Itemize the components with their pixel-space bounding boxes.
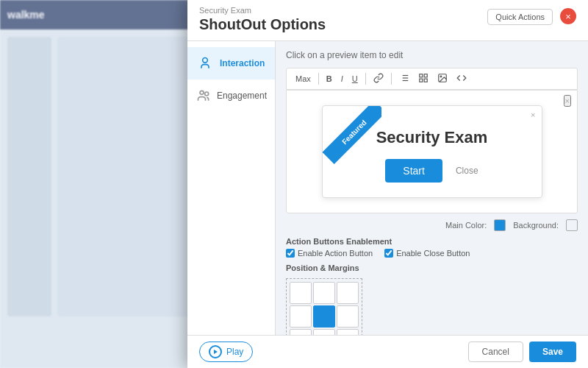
modal-breadcrumb: Security Exam xyxy=(199,6,326,15)
position-grid xyxy=(286,278,362,335)
engagement-icon xyxy=(196,87,211,105)
background-color-swatch[interactable] xyxy=(566,219,578,231)
svg-rect-10 xyxy=(424,74,427,77)
nav-interaction-label: Interaction xyxy=(220,58,265,68)
toolbar-link-button[interactable] xyxy=(370,71,387,86)
svg-rect-11 xyxy=(424,79,427,82)
content-hint: Click on a preview item to edit xyxy=(286,50,578,60)
enable-action-checkbox-item: Enable Action Button xyxy=(286,249,373,258)
modal-title: ShoutOut Options xyxy=(199,16,326,33)
toolbar-separator-2 xyxy=(365,73,366,85)
nav-item-engagement[interactable]: Engagement xyxy=(187,79,275,112)
pos-cell-mid-right[interactable] xyxy=(337,305,359,328)
modal-nav: Interaction Engagement xyxy=(187,41,276,335)
modal-header: Security Exam ShoutOut Options Quick Act… xyxy=(187,0,588,41)
modal-body: Interaction Engagement Click on a previe… xyxy=(187,41,588,335)
svg-point-14 xyxy=(440,76,442,77)
pos-cell-bot-right[interactable] xyxy=(337,329,359,335)
svg-point-0 xyxy=(203,58,208,63)
main-color-swatch[interactable] xyxy=(494,219,506,231)
toolbar-max-button[interactable]: Max xyxy=(293,73,314,85)
card-start-button[interactable]: Start xyxy=(385,159,442,183)
toolbar-list-button[interactable] xyxy=(396,71,412,86)
pos-cell-mid-center[interactable] xyxy=(313,305,335,328)
interaction-icon xyxy=(196,54,214,72)
card-dismiss-button[interactable]: × xyxy=(564,95,571,107)
pos-cell-mid-left[interactable] xyxy=(290,305,312,328)
svg-rect-9 xyxy=(420,74,423,77)
play-button[interactable]: Play xyxy=(199,342,253,362)
play-label: Play xyxy=(226,347,243,357)
quick-actions-button[interactable]: Quick Actions xyxy=(487,9,553,25)
position-section-title: Position & Margins xyxy=(286,263,578,272)
shoutout-card[interactable]: Featured × Security Exam Start Close xyxy=(322,105,542,198)
enable-close-label: Enable Close Button xyxy=(396,249,470,258)
action-buttons-checkboxes: Enable Action Button Enable Close Button xyxy=(286,249,578,258)
footer-right-buttons: Cancel Save xyxy=(468,342,576,362)
featured-ribbon: Featured xyxy=(323,106,381,165)
toolbar-image-button[interactable] xyxy=(434,71,451,86)
action-buttons-section-title: Action Buttons Enablement xyxy=(286,237,578,246)
toolbar-italic-button[interactable]: I xyxy=(338,73,346,85)
cancel-button[interactable]: Cancel xyxy=(468,342,523,362)
pos-cell-top-right[interactable] xyxy=(337,282,359,304)
pos-cell-top-center[interactable] xyxy=(313,282,335,304)
main-color-label: Main Color: xyxy=(445,221,487,230)
card-close-link[interactable]: Close xyxy=(456,166,478,176)
enable-action-checkbox[interactable] xyxy=(286,249,295,258)
save-button[interactable]: Save xyxy=(529,342,576,362)
enable-close-checkbox-item: Enable Close Button xyxy=(384,249,470,258)
toolbar-separator-1 xyxy=(318,73,319,85)
modal-footer: Play Cancel Save xyxy=(187,335,588,368)
svg-point-1 xyxy=(200,91,204,94)
background-label: Background: xyxy=(513,221,559,230)
svg-point-2 xyxy=(205,92,209,96)
svg-marker-15 xyxy=(214,350,218,354)
enable-close-checkbox[interactable] xyxy=(384,249,393,258)
play-icon xyxy=(209,345,222,358)
toolbar-code-button[interactable] xyxy=(453,71,470,86)
svg-rect-12 xyxy=(420,79,423,82)
close-modal-button[interactable]: × xyxy=(560,8,576,24)
color-options-row: Main Color: Background: xyxy=(286,219,578,231)
editor-toolbar: Max B I U xyxy=(286,68,578,90)
preview-area[interactable]: × Featured × Security Exam Start Close xyxy=(286,90,578,213)
nav-engagement-label: Engagement xyxy=(217,91,267,101)
toolbar-separator-3 xyxy=(391,73,392,85)
toolbar-grid-button[interactable] xyxy=(415,71,431,86)
nav-item-interaction[interactable]: Interaction xyxy=(187,47,275,79)
pos-cell-bot-center[interactable] xyxy=(313,329,335,335)
card-close-icon[interactable]: × xyxy=(531,110,535,119)
ribbon-text: Featured xyxy=(323,106,381,164)
toolbar-bold-button[interactable]: B xyxy=(323,73,335,85)
pos-cell-top-left[interactable] xyxy=(290,282,312,304)
enable-action-label: Enable Action Button xyxy=(298,249,373,258)
modal-content: Click on a preview item to edit Max B I … xyxy=(276,41,588,335)
pos-cell-bot-left[interactable] xyxy=(290,329,312,335)
toolbar-underline-button[interactable]: U xyxy=(349,73,361,85)
